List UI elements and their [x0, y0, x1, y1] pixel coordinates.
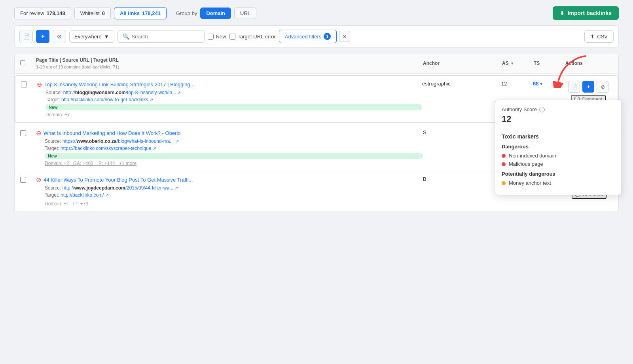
target-url-error-label[interactable]: Target URL error [238, 34, 276, 40]
header-anchor-col: Anchor [423, 61, 502, 66]
toxic-markers-title: Toxic markers [502, 133, 615, 140]
col-actions-label: Actions [565, 61, 583, 66]
all-links-label: All links [120, 10, 140, 16]
row-2-title: ⊖ What Is Inbound Marketing and How Does… [36, 129, 423, 137]
row-1-ts-cell: 68 ▾ [533, 81, 565, 87]
new-label[interactable]: New [216, 34, 226, 40]
whitelist-label: Whitelist [80, 10, 100, 16]
group-by-section: Group by Domain URL [176, 8, 256, 19]
non-indexed-label: Non-indexed domain [509, 153, 556, 159]
as-sort-icon: ▼ [510, 61, 514, 66]
toxic-item-non-indexed: Non-indexed domain [502, 153, 615, 159]
minus-circle-icon-2: ⊖ [36, 129, 41, 137]
header-as-col[interactable]: AS ▼ [502, 61, 534, 66]
top-toolbar: For review 178,148 Whitelist 0 All links… [14, 6, 619, 20]
row-2-domain-info[interactable]: Domain: +2 GA: +460 IP: +144 +1 more [36, 161, 423, 166]
send-icon: ✈ [40, 33, 45, 40]
tooltip-divider-1 [502, 130, 615, 130]
block-icon-btn[interactable]: ⊘ [53, 30, 66, 43]
ts-chevron-icon[interactable]: ▾ [540, 81, 542, 87]
toxic-item-money-anchor: Money anchor text [502, 180, 615, 186]
row-2-link[interactable]: What Is Inbound Marketing and How Does I… [44, 130, 181, 136]
table-header: Page Title | Source URL | Target URL 1-1… [15, 53, 618, 74]
whitelist-count: 0 [102, 10, 105, 16]
filter-badge: 1 [324, 33, 331, 40]
header-checkbox-cell [20, 60, 36, 66]
header-title-col: Page Title | Source URL | Target URL 1-1… [36, 57, 423, 69]
csv-export-btn[interactable]: ⬆ CSV [584, 30, 614, 43]
row-1-checkbox-cell [21, 81, 37, 87]
row-2-checkbox[interactable] [20, 130, 26, 136]
minus-circle-icon: ⊖ [37, 81, 42, 88]
tab-all-links[interactable]: All links 178,241 [114, 7, 167, 19]
import-icon: ⬇ [560, 10, 565, 16]
row-1-domain-info[interactable]: Domain: +7 [37, 112, 422, 118]
new-checkbox[interactable] [208, 34, 214, 40]
everywhere-label: Everywhere [74, 34, 102, 40]
row-3-checkbox[interactable] [20, 177, 26, 183]
tab-for-review[interactable]: For review 178,148 [14, 7, 71, 19]
authority-info-icon[interactable]: i [539, 107, 545, 112]
row-1-content: ⊖ Top 8 Insanely Working Link-Building S… [37, 81, 422, 118]
new-checkbox-group: New [208, 34, 226, 40]
page-icon-btn[interactable]: 📄 [19, 30, 33, 43]
row-3-link[interactable]: 44 Killer Ways To Promote Your Blog Post… [44, 177, 193, 183]
row-3-anchor: B [423, 176, 502, 182]
csv-export-icon: ⬆ [590, 34, 595, 40]
tab-group: For review 178,148 Whitelist 0 All links… [14, 7, 256, 19]
close-filter-btn[interactable]: ✕ [339, 31, 350, 42]
row-2-target-link[interactable]: https://backlinko.com/skyscraper-techniq… [61, 146, 156, 151]
row-1-source-link[interactable]: http://bloggingwonders.com/top-8-insanel… [63, 90, 181, 95]
row-1-target-link[interactable]: http://backlinko.com/how-to-get-backlink… [61, 97, 153, 102]
tab-whitelist[interactable]: Whitelist 0 [74, 7, 111, 19]
group-domain-btn[interactable]: Domain [200, 8, 231, 19]
row-2-checkbox-cell [20, 129, 36, 136]
row-2-target: Target: https://backlinko.com/skyscraper… [36, 146, 423, 151]
filter-toolbar: 📄 ✈ ⊘ Everywhere ▼ 🔍 New Target URL erro… [14, 25, 619, 47]
search-input-wrap: 🔍 [118, 30, 205, 43]
ts-tooltip-popup: Authority Score i 12 Toxic markers Dange… [495, 100, 622, 195]
row-1-target: Target: http://backlinko.com/how-to-get-… [37, 97, 422, 102]
row-1-page-btn[interactable]: 📄 [568, 81, 580, 93]
block-circle-icon: ⊘ [36, 176, 41, 184]
search-input[interactable] [132, 34, 199, 40]
block-icon: ⊘ [57, 33, 62, 40]
row-1-send-btn[interactable]: ✈ [582, 81, 594, 93]
toxic-item-malicious: Malicious page [502, 161, 615, 167]
csv-label: CSV [597, 34, 608, 40]
select-all-checkbox[interactable] [20, 60, 25, 65]
col-anchor-label: Anchor [423, 61, 440, 66]
dropdown-arrow-icon: ▼ [104, 34, 109, 40]
row-1-action-icons: 📄 ✈ ⊘ [568, 81, 608, 93]
row-2-source: Source: https://www.oberlo.co.za/blog/wh… [36, 138, 423, 144]
row-1-link[interactable]: Top 8 Insanely Working Link-Building Str… [44, 82, 196, 87]
search-icon: 🔍 [123, 33, 129, 40]
advanced-filters-btn[interactable]: Advanced filters 1 [279, 30, 337, 43]
row-3-domain-info[interactable]: Domain: +1 IP: +73 [36, 201, 423, 207]
col-subtitle-label: 1-19 out of 19 domains (total backlinks:… [36, 64, 119, 69]
import-backlinks-btn[interactable]: ⬇ Import backlinks [553, 6, 619, 20]
send-icon-btn[interactable]: ✈ [36, 30, 49, 43]
table-row: ⊖ Top 8 Insanely Working Link-Building S… [15, 75, 618, 123]
row-3-target-link[interactable]: http://backlinko.com/ ↗ [61, 192, 109, 198]
row-1-new-badge: New [45, 104, 422, 110]
row-1-block-btn[interactable]: ⊘ [597, 81, 608, 93]
row-2-content: ⊖ What Is Inbound Marketing and How Does… [36, 129, 423, 166]
row-1-title: ⊖ Top 8 Insanely Working Link-Building S… [37, 81, 422, 88]
row-2-source-link[interactable]: https://www.oberlo.co.za/blog/what-is-in… [63, 138, 179, 144]
target-url-error-checkbox[interactable] [229, 34, 235, 40]
close-icon: ✕ [343, 34, 347, 40]
dangerous-label: Dangerous [502, 144, 615, 150]
everywhere-dropdown[interactable]: Everywhere ▼ [69, 30, 114, 43]
group-by-label: Group by [176, 10, 197, 16]
row-2-anchor: S [423, 129, 502, 135]
row-1-as: 12 [501, 81, 533, 87]
for-review-count: 178,148 [47, 10, 65, 16]
row-1-ts-value[interactable]: 68 [533, 81, 538, 87]
group-url-btn[interactable]: URL [234, 8, 256, 19]
page-icon: 📄 [23, 33, 30, 40]
row-1-checkbox[interactable] [21, 82, 27, 87]
authority-score-text: Authority Score [502, 106, 537, 112]
col-title-label: Page Title | Source URL | Target URL [36, 57, 119, 63]
row-3-source-link[interactable]: http://www.joydeepdam.com/2015/09/44-kil… [63, 185, 178, 191]
